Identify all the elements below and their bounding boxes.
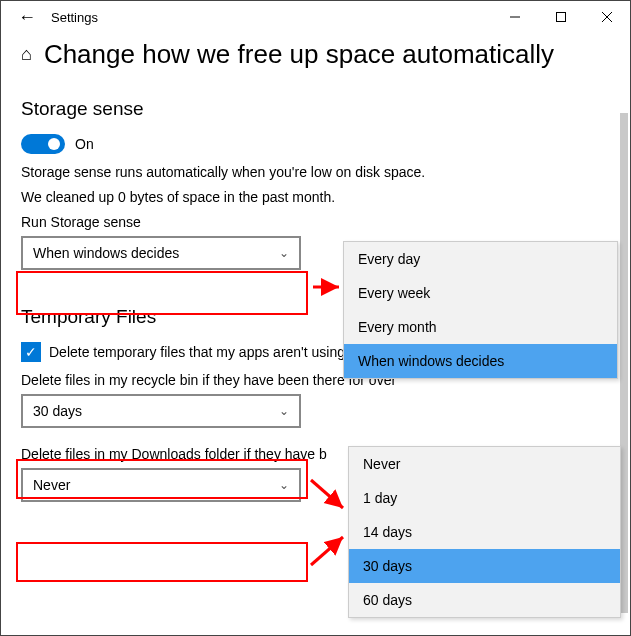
storage-sense-toggle-label: On bbox=[75, 136, 94, 152]
storage-sense-desc-2: We cleaned up 0 bytes of space in the pa… bbox=[21, 187, 610, 208]
recycle-option[interactable]: 14 days bbox=[349, 515, 620, 549]
run-storage-sense-popup: Every dayEvery weekEvery monthWhen windo… bbox=[343, 241, 618, 379]
recycle-bin-popup: Never1 day14 days30 days60 days bbox=[348, 446, 621, 618]
run-storage-sense-value: When windows decides bbox=[33, 245, 179, 261]
storage-sense-toggle[interactable] bbox=[21, 134, 65, 154]
close-button[interactable] bbox=[584, 1, 630, 33]
recycle-option[interactable]: 60 days bbox=[349, 583, 620, 617]
delete-temp-files-checkbox[interactable]: ✓ bbox=[21, 342, 41, 362]
vertical-scrollbar[interactable] bbox=[620, 113, 628, 613]
downloads-value: Never bbox=[33, 477, 70, 493]
titlebar: ← Settings bbox=[1, 1, 630, 33]
storage-sense-heading: Storage sense bbox=[21, 98, 610, 120]
back-button[interactable]: ← bbox=[7, 7, 47, 28]
delete-temp-files-label: Delete temporary files that my apps aren… bbox=[49, 344, 345, 360]
annotation-box bbox=[16, 542, 308, 582]
recycle-bin-dropdown[interactable]: 30 days ⌄ bbox=[21, 394, 301, 428]
run-storage-sense-dropdown[interactable]: When windows decides ⌄ bbox=[21, 236, 301, 270]
maximize-button[interactable] bbox=[538, 1, 584, 33]
svg-line-6 bbox=[311, 537, 343, 565]
back-arrow-icon: ← bbox=[18, 7, 36, 28]
chevron-down-icon: ⌄ bbox=[279, 404, 289, 418]
recycle-option[interactable]: 30 days bbox=[349, 549, 620, 583]
run-option[interactable]: Every day bbox=[344, 242, 617, 276]
minimize-button[interactable] bbox=[492, 1, 538, 33]
home-icon[interactable]: ⌂ bbox=[21, 44, 32, 65]
downloads-dropdown[interactable]: Never ⌄ bbox=[21, 468, 301, 502]
window-title: Settings bbox=[47, 10, 98, 25]
recycle-bin-value: 30 days bbox=[33, 403, 82, 419]
run-option[interactable]: Every week bbox=[344, 276, 617, 310]
storage-sense-toggle-row: On bbox=[21, 134, 610, 154]
settings-window: ← Settings ⌂ Change how we free up space… bbox=[0, 0, 631, 636]
svg-rect-1 bbox=[557, 13, 566, 22]
run-option[interactable]: Every month bbox=[344, 310, 617, 344]
close-icon bbox=[602, 12, 612, 22]
page-header: ⌂ Change how we free up space automatica… bbox=[21, 39, 610, 70]
chevron-down-icon: ⌄ bbox=[279, 478, 289, 492]
page-title: Change how we free up space automaticall… bbox=[44, 39, 554, 70]
recycle-option[interactable]: Never bbox=[349, 447, 620, 481]
chevron-down-icon: ⌄ bbox=[279, 246, 289, 260]
storage-sense-desc-1: Storage sense runs automatically when yo… bbox=[21, 162, 610, 183]
maximize-icon bbox=[556, 12, 566, 22]
minimize-icon bbox=[510, 12, 520, 22]
annotation-arrow-icon bbox=[309, 531, 351, 571]
recycle-option[interactable]: 1 day bbox=[349, 481, 620, 515]
run-storage-sense-label: Run Storage sense bbox=[21, 214, 610, 230]
run-option[interactable]: When windows decides bbox=[344, 344, 617, 378]
